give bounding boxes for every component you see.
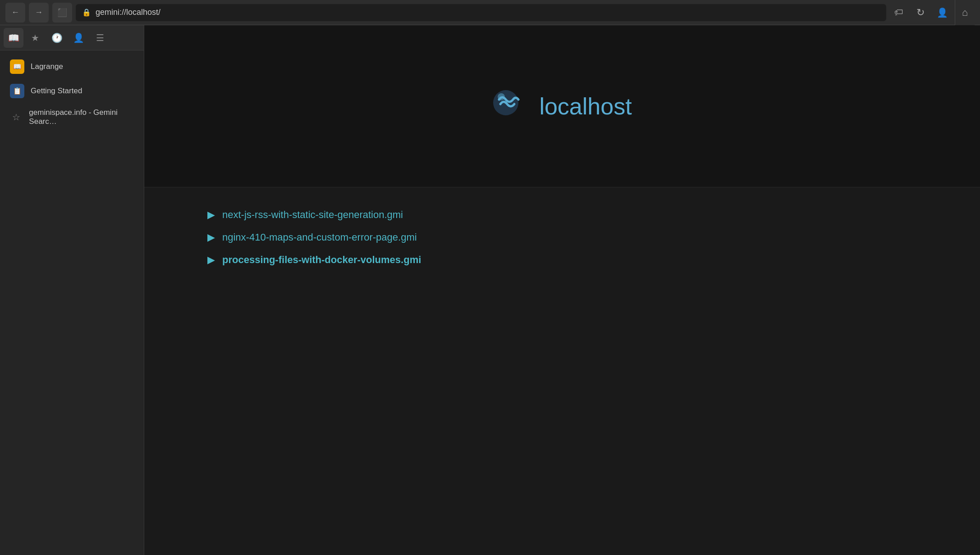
gemini-link-2[interactable]: ▶ nginx-410-maps-and-custom-error-page.g…: [207, 232, 917, 243]
getting-started-icon: 📋: [10, 84, 24, 98]
tag-button[interactable]: 🏷: [890, 4, 908, 22]
person-icon: 👤: [73, 32, 84, 43]
content-header: localhost: [144, 25, 980, 187]
arrow-icon-1: ▶: [207, 209, 215, 221]
toggle-sidebar-button[interactable]: ⬛: [52, 3, 72, 23]
forward-button[interactable]: →: [29, 3, 49, 23]
lock-icon: 🔒: [82, 8, 91, 17]
home-icon: ⌂: [962, 7, 968, 18]
back-button[interactable]: ←: [5, 3, 25, 23]
clock-icon: 🕐: [51, 32, 63, 43]
geminispace-label: geminispace.info - Gemini Searc…: [29, 108, 134, 126]
list-icon: ☰: [96, 32, 104, 43]
main-area: 📖 ★ 🕐 👤 ☰ 📖 Lagrange: [0, 25, 980, 555]
link-text-3: processing-files-with-docker-volumes.gmi: [222, 254, 421, 266]
arrow-icon-2: ▶: [207, 232, 215, 243]
tag-icon: 🏷: [894, 7, 903, 18]
getting-started-label: Getting Started: [31, 86, 82, 96]
lagrange-icon: 📖: [10, 59, 24, 74]
gemini-link-1[interactable]: ▶ next-js-rss-with-static-site-generatio…: [207, 209, 917, 221]
sidebar-bookmark-geminispace[interactable]: ☆ geminispace.info - Gemini Searc…: [3, 104, 141, 131]
sidebar-tab-favorites[interactable]: ★: [25, 28, 45, 48]
identity-button[interactable]: 👤: [933, 4, 951, 22]
arrow-icon-3: ▶: [207, 254, 215, 266]
sidebar-items-list: 📖 Lagrange 📋 Getting Started ☆ geminispa…: [0, 50, 144, 135]
svg-point-1: [498, 93, 505, 100]
site-title: localhost: [539, 93, 632, 120]
site-title-area: localhost: [492, 87, 632, 126]
content-area: localhost ▶ next-js-rss-with-static-site…: [144, 25, 980, 555]
wave-svg: [492, 87, 528, 118]
address-text: gemini://localhost/: [96, 8, 880, 17]
link-text-2: nginx-410-maps-and-custom-error-page.gmi: [222, 232, 417, 243]
gemini-link-3[interactable]: ▶ processing-files-with-docker-volumes.g…: [207, 254, 917, 266]
wave-logo-icon: [492, 87, 528, 126]
home-button[interactable]: ⌂: [955, 0, 975, 25]
reload-button[interactable]: ↻: [911, 4, 930, 22]
address-bar[interactable]: 🔒 gemini://localhost/: [76, 4, 886, 21]
toolbar: ← → ⬛ 🔒 gemini://localhost/ 🏷 ↻ 👤 ⌂: [0, 0, 980, 25]
sidebar-tab-identity[interactable]: 👤: [69, 28, 88, 48]
bookmark-star-icon: ☆: [10, 112, 23, 123]
sidebar-item-lagrange[interactable]: 📖 Lagrange: [3, 55, 141, 78]
content-links: ▶ next-js-rss-with-static-site-generatio…: [144, 187, 980, 287]
book-icon: 📖: [8, 32, 19, 43]
identity-icon: 👤: [937, 7, 948, 18]
sidebar-tabs: 📖 ★ 🕐 👤 ☰: [0, 25, 144, 50]
sidebar: 📖 ★ 🕐 👤 ☰ 📖 Lagrange: [0, 25, 144, 555]
sidebar-item-getting-started[interactable]: 📋 Getting Started: [3, 79, 141, 103]
sidebar-tab-bookmarks[interactable]: 📖: [4, 28, 23, 48]
lagrange-label: Lagrange: [31, 62, 63, 71]
reload-icon: ↻: [916, 7, 925, 18]
sidebar-tab-history[interactable]: 🕐: [47, 28, 67, 48]
link-text-1: next-js-rss-with-static-site-generation.…: [222, 209, 403, 221]
toolbar-right-actions: 🏷 ↻ 👤: [890, 4, 951, 22]
star-tab-icon: ★: [31, 32, 39, 43]
sidebar-tab-feeds[interactable]: ☰: [90, 28, 110, 48]
